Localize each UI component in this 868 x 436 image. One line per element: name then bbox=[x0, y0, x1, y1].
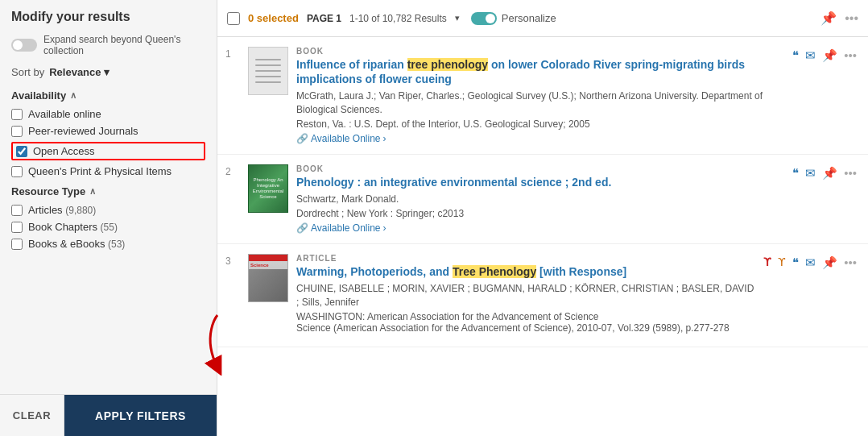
filter-open-access[interactable]: Open Access bbox=[11, 142, 205, 160]
result-actions: ϒ ϒ ❝ ✉ 📌 ••• bbox=[763, 254, 857, 337]
dna-icon-2[interactable]: ϒ bbox=[778, 255, 786, 268]
result-content: BOOK Influence of riparian tree phenolog… bbox=[296, 47, 784, 144]
pin-result-icon[interactable]: 📌 bbox=[822, 166, 837, 181]
result-thumbnail bbox=[248, 47, 288, 95]
results-range-text: 1-10 of 10,782 Results bbox=[349, 13, 447, 24]
book-line bbox=[255, 81, 281, 83]
dna-icon[interactable]: ϒ bbox=[763, 255, 771, 268]
filter-articles[interactable]: Articles (9,880) bbox=[11, 204, 205, 216]
open-access-checkbox[interactable] bbox=[16, 146, 27, 157]
availability-label: Availability bbox=[11, 89, 66, 102]
cite-icon[interactable]: ❝ bbox=[792, 166, 799, 181]
result-pub: Dordrecht ; New York : Springer; c2013 bbox=[296, 208, 784, 219]
result-authors: Schwartz, Mark Donald. bbox=[296, 193, 784, 206]
cite-icon[interactable]: ❝ bbox=[792, 255, 799, 270]
available-online-link[interactable]: 🔗 Available Online › bbox=[296, 133, 784, 144]
resource-type-chevron-icon: ∧ bbox=[89, 186, 96, 197]
result-number: 2 bbox=[225, 164, 240, 234]
email-icon[interactable]: ✉ bbox=[805, 255, 816, 270]
science-cover: Science bbox=[249, 255, 287, 301]
book-chapters-checkbox[interactable] bbox=[11, 222, 23, 233]
filter-physical-items[interactable]: Queen's Print & Physical Items bbox=[11, 165, 205, 177]
result-authors: McGrath, Laura J.; Van Riper, Charles.; … bbox=[296, 89, 784, 117]
science-title-text: Science bbox=[249, 261, 287, 269]
result-thumbnail: Science bbox=[248, 254, 288, 302]
select-all-checkbox[interactable] bbox=[227, 12, 240, 25]
selected-count: 0 selected bbox=[248, 12, 299, 24]
availability-chevron-icon: ∧ bbox=[70, 90, 76, 101]
clear-button[interactable]: CLEAR bbox=[0, 395, 64, 436]
filter-book-chapters[interactable]: Book Chapters (55) bbox=[11, 221, 205, 233]
result-actions: ❝ ✉ 📌 ••• bbox=[792, 164, 857, 234]
available-online-label: Available online bbox=[28, 108, 101, 120]
email-icon[interactable]: ✉ bbox=[805, 166, 816, 181]
highlight: tree phenology bbox=[407, 58, 488, 71]
modify-title: Modify your results bbox=[11, 10, 205, 24]
result-pub: Reston, Va. : U.S. Dept. of the Interior… bbox=[296, 118, 784, 130]
result-type: BOOK bbox=[296, 47, 784, 56]
cover-text: Phenology An Integrative Environmental S… bbox=[249, 176, 287, 202]
books-ebooks-checkbox[interactable] bbox=[11, 239, 23, 250]
available-online-link[interactable]: 🔗 Available Online › bbox=[296, 222, 784, 234]
resource-type-label: Resource Type bbox=[11, 185, 85, 197]
personalize-switch[interactable] bbox=[471, 12, 497, 25]
pin-result-icon[interactable]: 📌 bbox=[822, 48, 837, 63]
pin-icon[interactable]: 📌 bbox=[820, 10, 837, 26]
articles-checkbox[interactable] bbox=[11, 205, 23, 216]
expand-search-row: Expand search beyond Queen's collection bbox=[11, 34, 205, 56]
cite-icon[interactable]: ❝ bbox=[792, 48, 799, 63]
table-row: 2 Phenology An Integrative Environmental… bbox=[217, 155, 868, 244]
more-result-icon[interactable]: ••• bbox=[844, 255, 857, 269]
filter-peer-reviewed[interactable]: Peer-reviewed Journals bbox=[11, 125, 205, 137]
email-icon[interactable]: ✉ bbox=[805, 48, 816, 63]
result-content: ARTICLE Warming, Photoperiods, and Tree … bbox=[296, 254, 755, 337]
table-row: 1 BOOK Influence of riparian tree phenol… bbox=[217, 37, 868, 155]
filter-footer: CLEAR APPLY FILTERS bbox=[0, 394, 217, 436]
expand-toggle[interactable] bbox=[11, 39, 37, 52]
result-content: BOOK Phenology : an integrative environm… bbox=[296, 164, 784, 234]
books-ebooks-label: Books & eBooks (53) bbox=[28, 238, 125, 250]
result-actions: ❝ ✉ 📌 ••• bbox=[792, 47, 857, 144]
toggle-knob bbox=[13, 40, 23, 50]
page-number: PAGE 1 bbox=[307, 13, 341, 24]
page-label: PAGE 1 bbox=[307, 13, 341, 24]
peer-reviewed-checkbox[interactable] bbox=[11, 126, 23, 137]
result-title[interactable]: Phenology : an integrative environmental… bbox=[296, 175, 784, 189]
filter-available-online[interactable]: Available online bbox=[11, 108, 205, 120]
result-title[interactable]: Warming, Photoperiods, and Tree Phenolog… bbox=[296, 264, 755, 279]
chevron-right-icon: › bbox=[383, 222, 386, 234]
apply-filters-button[interactable]: APPLY FILTERS bbox=[64, 395, 217, 436]
sort-value-dropdown[interactable]: Relevance ▾ bbox=[49, 66, 109, 78]
link-icon: 🔗 bbox=[296, 133, 308, 144]
result-thumbnail: Phenology An Integrative Environmental S… bbox=[248, 164, 288, 213]
peer-reviewed-label: Peer-reviewed Journals bbox=[28, 125, 138, 137]
table-row: 3 Science ARTICLE Warming, Photoperiods,… bbox=[217, 244, 868, 347]
top-bar: 0 selected PAGE 1 1-10 of 10,782 Results… bbox=[217, 0, 868, 37]
result-number: 1 bbox=[225, 47, 240, 144]
physical-items-checkbox[interactable] bbox=[11, 166, 23, 177]
personalize-label: Personalize bbox=[502, 12, 556, 24]
result-title[interactable]: Influence of riparian tree phenology on … bbox=[296, 57, 784, 86]
more-options-icon[interactable]: ••• bbox=[845, 11, 858, 26]
science-header-bar bbox=[249, 255, 287, 261]
expand-label: Expand search beyond Queen's collection bbox=[43, 34, 205, 56]
available-online-checkbox[interactable] bbox=[11, 109, 23, 120]
articles-label: Articles (9,880) bbox=[28, 204, 96, 216]
book-line bbox=[255, 64, 281, 66]
result-authors: CHUINE, ISABELLE ; MORIN, XAVIER ; BUGMA… bbox=[296, 282, 755, 309]
more-result-icon[interactable]: ••• bbox=[844, 166, 857, 180]
result-type: BOOK bbox=[296, 164, 784, 173]
highlight: Tree Phenology bbox=[453, 265, 536, 278]
personalize-knob bbox=[486, 14, 495, 23]
pin-result-icon[interactable]: 📌 bbox=[822, 255, 837, 270]
results-dropdown-icon[interactable]: ▾ bbox=[455, 13, 460, 23]
result-pub: WASHINGTON: American Association for the… bbox=[296, 311, 755, 334]
resource-type-header: Resource Type ∧ bbox=[11, 185, 205, 197]
articles-count: (9,880) bbox=[65, 205, 96, 216]
right-panel: 0 selected PAGE 1 1-10 of 10,782 Results… bbox=[217, 0, 868, 436]
chevron-right-icon: › bbox=[383, 133, 386, 144]
result-number: 3 bbox=[225, 254, 240, 337]
more-result-icon[interactable]: ••• bbox=[844, 48, 857, 62]
filter-books-ebooks[interactable]: Books & eBooks (53) bbox=[11, 238, 205, 250]
result-type: ARTICLE bbox=[296, 254, 755, 263]
